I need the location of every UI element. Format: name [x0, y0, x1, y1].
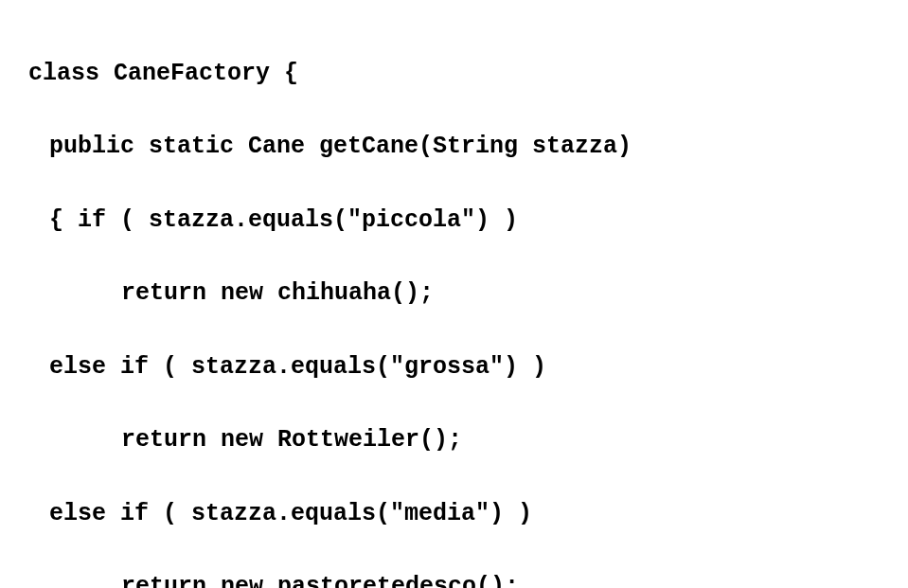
- code-line: else if ( stazza.equals("media") ): [28, 496, 880, 533]
- code-line: class CaneFactory {: [28, 56, 880, 93]
- code-line: { if ( stazza.equals("piccola") ): [28, 203, 880, 240]
- code-line: return new Rottweiler();: [28, 422, 880, 459]
- code-line: return new chihuaha();: [28, 276, 880, 312]
- code-line: public static Cane getCane(String stazza…: [28, 129, 880, 166]
- code-block: class CaneFactory { public static Cane g…: [28, 19, 880, 588]
- code-line: else if ( stazza.equals("grossa") ): [28, 349, 880, 386]
- code-line: return new pastoretedesco();: [28, 569, 880, 588]
